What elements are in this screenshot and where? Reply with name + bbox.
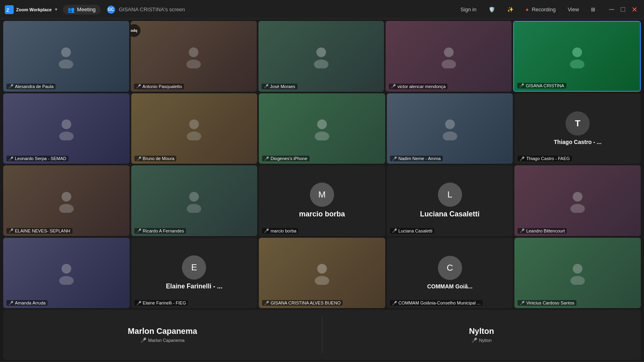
tile-leonardo[interactable]: 🎤 Leonardo Serpa - SEMAD	[3, 93, 130, 164]
marlon-sub-label: 🎤 Marlon Capanema	[140, 337, 185, 343]
meeting-label[interactable]: 👥 Meeting	[63, 5, 100, 14]
name-thiago: 🎤 Thiago Castro - FAEG	[518, 156, 572, 161]
name-commam: 🎤 COMMAM Goiânia-Conselho Municipal ...	[390, 300, 483, 306]
svg-point-8	[444, 47, 454, 57]
view-button[interactable]: View	[564, 5, 582, 14]
grid-row-3: 🎤 ELAINE NEVES- SEPLANH 🎤 Ricardo A Fern…	[3, 165, 641, 236]
mic-icon: 🎤	[136, 301, 141, 305]
dropdown-icon[interactable]: ▼	[54, 7, 58, 12]
tile-diogenes[interactable]: 🎤 Diogenes's iPhone	[259, 93, 385, 164]
svg-point-24	[573, 192, 582, 202]
svg-point-27	[59, 276, 74, 285]
svg-text:Z: Z	[6, 8, 9, 12]
svg-point-22	[189, 192, 199, 202]
zoom-workplace-label: Zoom Workplace	[16, 7, 52, 12]
tile-leandro[interactable]: 🎤 Leandro Bittencourt	[514, 165, 641, 236]
display-name-commam: COMMAM Goiâ...	[427, 283, 473, 290]
maximize-button[interactable]: □	[619, 5, 627, 14]
zoom-logo: Z Zoom Workplace ▼	[5, 5, 58, 14]
name-vinicius: 🎤 Vinicius Cardoso Santos	[518, 300, 576, 306]
name-leonardo: 🎤 Leonardo Serpa - SEMAD	[6, 156, 68, 161]
shield-icon[interactable]: 🛡️	[485, 5, 498, 14]
close-button[interactable]: ✕	[630, 5, 639, 14]
svg-point-7	[314, 60, 328, 68]
top-bar: Z Zoom Workplace ▼ 👥 Meeting GC GISANA C…	[0, 0, 644, 19]
mic-icon: 🎤	[520, 156, 524, 161]
display-name-marcio: marcio borba	[299, 210, 345, 218]
tile-amanda[interactable]: 🎤 Amanda Arruda	[3, 238, 130, 309]
svg-point-17	[315, 132, 329, 140]
minimize-button[interactable]: ─	[607, 5, 616, 14]
mic-icon: 🎤	[136, 156, 141, 161]
mic-icon: 🎤	[391, 84, 396, 88]
name-elaine-neves: 🎤 ELAINE NEVES- SEPLANH	[6, 228, 72, 234]
tile-elaine-neves[interactable]: 🎤 ELAINE NEVES- SEPLANH	[3, 165, 130, 236]
tile-jose[interactable]: 🎤 José Moraes	[258, 21, 384, 92]
svg-point-19	[443, 132, 457, 140]
tile-luciana[interactable]: L Luciana Casaletti 🎤 Luciana Casaletti	[387, 165, 513, 236]
tile-nadim[interactable]: 🎤 Nadim Neme - Amma	[387, 93, 513, 164]
svg-point-9	[442, 60, 456, 68]
tile-gisana-alves[interactable]: 🎤 GISANA CRISTINA ALVES BUENO	[259, 238, 385, 309]
mic-icon: 🎤	[136, 84, 141, 88]
name-amanda: 🎤 Amanda Arruda	[6, 300, 47, 306]
grid-row-4: 🎤 Amanda Arruda E Elaine Farinelli - ...…	[3, 238, 641, 309]
screen-share-text: GISANA CRISTINA's screen	[119, 6, 185, 12]
recording-label: Recording	[532, 6, 555, 12]
mic-icon: 🎤	[8, 228, 13, 233]
screen-share-info: GC GISANA CRISTINA's screen	[107, 6, 185, 14]
svg-point-3	[59, 60, 73, 68]
name-antonio: 🎤 Antonio Pasqualetto	[134, 84, 184, 89]
nylton-sub-label: 🎤 Nylton	[471, 337, 491, 343]
meeting-text: Meeting	[77, 6, 95, 12]
partial-speaker-marlon[interactable]: Marlon Capanema 🎤 Marlon Capanema	[3, 310, 322, 360]
tile-alesandra[interactable]: 🎤 Alesandra de Paula	[3, 21, 129, 92]
tile-thiago[interactable]: T Thiago Castro - ... 🎤 Thiago Castro - …	[514, 93, 641, 164]
name-nadim: 🎤 Nadim Neme - Amma	[390, 156, 443, 161]
recording-button[interactable]: ● Recording	[522, 5, 559, 14]
svg-point-23	[187, 204, 201, 213]
top-right-controls: Sign in 🛡️ ✨ ● Recording View ⊞ ─ □ ✕	[457, 5, 639, 14]
tile-victor[interactable]: 🎤 victor alencar mendonça	[386, 21, 512, 92]
partial-speaker-nylton[interactable]: Nylton 🎤 Nylton	[322, 310, 641, 360]
nylton-display-name: Nylton	[469, 327, 494, 336]
svg-point-25	[570, 204, 585, 213]
svg-point-28	[317, 264, 327, 274]
mic-icon: 🎤	[519, 83, 524, 88]
grid-row-1: 🎤 Alesandra de Paula odq 🎤 Antonio Pasqu…	[3, 21, 641, 92]
bottom-speakers-row: Marlon Capanema 🎤 Marlon Capanema Nylton…	[3, 310, 641, 360]
tile-ricardo[interactable]: 🎤 Ricardo A Fernandes	[131, 165, 258, 236]
mic-icon: 🎤	[264, 301, 269, 305]
svg-point-12	[62, 119, 71, 129]
sign-in-button[interactable]: Sign in	[457, 5, 480, 14]
display-name-thiago: Thiago Castro - ...	[554, 139, 601, 145]
svg-point-4	[189, 47, 198, 57]
tile-commam[interactable]: C COMMAM Goiâ... 🎤 COMMAM Goiânia-Consel…	[387, 238, 513, 309]
svg-point-6	[316, 47, 326, 57]
tile-antonio[interactable]: odq 🎤 Antonio Pasqualetto	[131, 21, 257, 92]
svg-point-10	[572, 47, 582, 57]
tile-marcio[interactable]: M marcio borba 🎤 marcio borba	[259, 165, 385, 236]
grid-row-2: 🎤 Leonardo Serpa - SEMAD 🎤 Bruno de Mour…	[3, 93, 641, 164]
marlon-display-name: Marlon Capanema	[128, 327, 197, 336]
mic-icon: 🎤	[392, 301, 397, 305]
name-gisana: 🎤 GISANA CRISTINA	[517, 83, 566, 88]
tile-bruno[interactable]: 🎤 Bruno de Moura	[131, 93, 258, 164]
tile-elaine-farinelli[interactable]: E Elaine Farinelli - ... 🎤 Elaine Farine…	[131, 238, 258, 309]
svg-point-16	[317, 119, 327, 129]
tile-gisana[interactable]: 🎤 GISANA CRISTINA	[513, 21, 641, 92]
mic-icon: 🎤	[392, 228, 397, 233]
svg-point-20	[62, 192, 71, 202]
grid-icon[interactable]: ⊞	[588, 5, 599, 14]
name-leandro: 🎤 Leandro Bittencourt	[518, 228, 567, 234]
mic-icon: 🎤	[520, 301, 524, 305]
display-name-elaine-f: Elaine Farinelli - ...	[166, 283, 222, 290]
tile-vinicius[interactable]: 🎤 Vinicius Cardoso Santos	[514, 238, 641, 309]
svg-point-5	[186, 60, 201, 68]
ai-icon[interactable]: ✨	[504, 5, 517, 14]
name-gisana-alves: 🎤 GISANA CRISTINA ALVES BUENO	[262, 300, 343, 306]
mic-icon: 🎤	[8, 301, 13, 305]
svg-point-13	[59, 132, 74, 140]
mic-icon: 🎤	[392, 156, 397, 161]
svg-point-15	[187, 132, 201, 140]
